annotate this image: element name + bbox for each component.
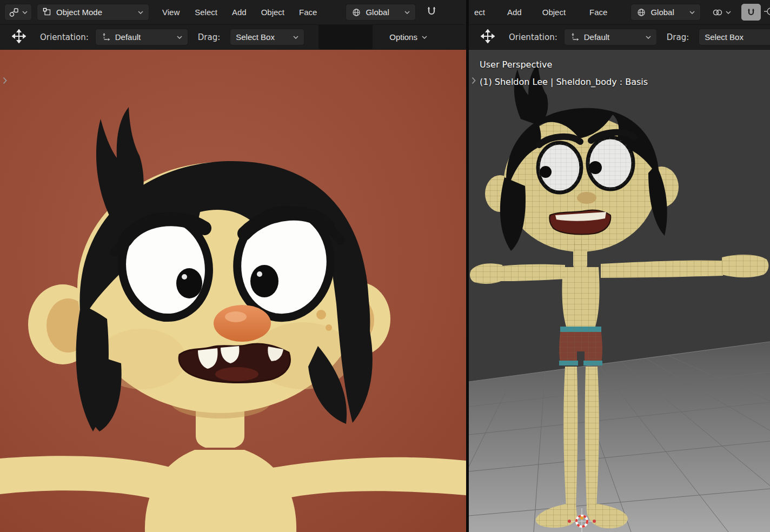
snap-toggle-button[interactable] [741, 4, 761, 21]
chevron-down-icon [689, 11, 695, 14]
mode-label: Object Mode [56, 8, 134, 17]
tool-settings-right: Orientation: Default Drag: Select Box [469, 25, 770, 50]
solid-viewport-canvas[interactable] [469, 50, 770, 532]
drag-select-box-dropdown[interactable]: Select Box [699, 29, 770, 45]
character-mouth [179, 344, 290, 383]
menu-face[interactable]: Face [583, 4, 613, 21]
drag-label: Drag: [198, 32, 220, 42]
global-orientation-icon [636, 8, 646, 17]
move-tool-icon[interactable] [12, 29, 26, 45]
orientation-label: Orientation: [509, 32, 557, 42]
cheek-mole [326, 324, 332, 331]
orientation-default-value: Default [115, 32, 172, 42]
render-viewport[interactable] [0, 50, 466, 532]
menu-face[interactable]: Face [293, 4, 323, 21]
options-label: Options [389, 32, 417, 42]
transform-orientation-dropdown[interactable]: Global [346, 4, 416, 21]
render-viewport-canvas[interactable] [0, 50, 466, 532]
move-tool-icon[interactable] [481, 29, 495, 45]
object-mode-icon [43, 8, 52, 17]
character-nose [214, 305, 271, 342]
menu-view[interactable]: View [156, 4, 185, 21]
orientation-value: Global [366, 8, 400, 17]
menu-select-clipped[interactable]: ect [471, 4, 488, 21]
mode-dropdown[interactable]: Object Mode [37, 4, 149, 21]
proportional-editing-icon[interactable] [763, 6, 770, 19]
chevron-down-icon [646, 36, 651, 39]
orientation-value: Global [650, 8, 685, 17]
global-orientation-icon [351, 8, 361, 17]
viewport-header-right: ect Add Object Face Global [469, 0, 770, 25]
drag-label: Drag: [667, 32, 689, 42]
pivot-point-icon [712, 8, 723, 17]
active-tool-tab[interactable] [318, 25, 373, 49]
menu-object[interactable]: Object [255, 4, 290, 21]
cheek-mole [316, 310, 326, 320]
menu-add[interactable]: Add [226, 4, 253, 21]
default-orientation-icon [570, 32, 580, 42]
chevron-down-icon [22, 11, 28, 14]
orientation-default-value: Default [584, 32, 641, 42]
options-dropdown[interactable]: Options [383, 29, 433, 45]
pivot-point-dropdown[interactable] [708, 4, 735, 21]
snap-magnet-icon[interactable] [422, 5, 441, 20]
menu-object[interactable]: Object [536, 4, 572, 21]
menu-select[interactable]: Select [189, 4, 223, 21]
chevron-down-icon [138, 11, 143, 14]
tool-settings-left: Orientation: Default Drag: Select Box Op… [0, 25, 466, 50]
chevron-down-icon [422, 36, 427, 39]
orientation-default-dropdown[interactable]: Default [564, 29, 657, 45]
menu-add[interactable]: Add [501, 4, 528, 21]
drag-value: Select Box [236, 32, 289, 42]
region-expand-chevron[interactable] [470, 75, 477, 87]
menu-bar: View Select Add Object Face [156, 4, 323, 21]
viewport-header-left: Object Mode View Select Add Object Face … [0, 0, 466, 25]
default-orientation-icon [101, 32, 111, 42]
drag-value: Select Box [705, 32, 770, 42]
chevron-down-icon [404, 11, 410, 14]
viewport-region-right: ect Add Object Face Global [469, 0, 770, 532]
chevron-down-icon [293, 36, 298, 39]
chevron-down-icon [177, 36, 182, 39]
editor-type-icon [9, 7, 19, 18]
drag-select-box-dropdown[interactable]: Select Box [230, 29, 304, 45]
editor-type-dropdown[interactable] [4, 4, 32, 21]
solid-viewport[interactable]: User Perspective (1) Sheldon Lee | Sheld… [469, 50, 770, 532]
region-expand-chevron[interactable] [1, 75, 9, 87]
chevron-down-icon [726, 11, 731, 14]
viewport-region-left: Object Mode View Select Add Object Face … [0, 0, 466, 532]
blender-window: Object Mode View Select Add Object Face … [0, 0, 770, 532]
transform-orientation-dropdown[interactable]: Global [630, 4, 701, 21]
snap-magnet-icon [746, 8, 756, 17]
orientation-label: Orientation: [40, 32, 89, 42]
orientation-default-dropdown[interactable]: Default [95, 29, 188, 45]
